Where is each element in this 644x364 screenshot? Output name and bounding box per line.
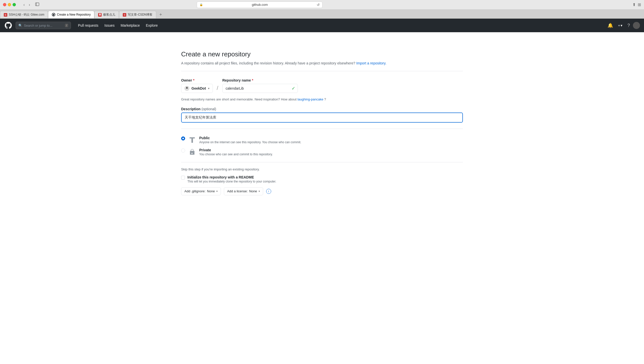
readme-option[interactable]: Initialize this repository with a README… — [181, 175, 463, 183]
main-content: Create a new repository A repository con… — [171, 42, 473, 364]
tab-geek-label: 极客点儿 — [103, 13, 115, 17]
dropdown-row: Add .gitignore: None ▾ Add a license: No… — [181, 187, 463, 195]
license-label: Add a license: — [227, 189, 248, 193]
csdn-favicon: C — [123, 13, 126, 17]
tab-github-label: Create a New Repository — [57, 13, 91, 16]
lock-icon: 🔒 — [199, 3, 203, 6]
owner-repo-row: Owner * GeekDot ▾ / Repository name * — [181, 78, 463, 93]
forward-button[interactable]: › — [27, 2, 31, 8]
repo-name-label: Repository name * — [222, 78, 298, 82]
owner-avatar-icon — [184, 86, 189, 91]
tab-github[interactable]: Create a New Repository — [48, 11, 94, 18]
tab-geek[interactable]: 极 极客点儿 — [94, 11, 119, 18]
private-radio-button[interactable] — [181, 149, 185, 153]
repo-name-wrapper: ✓ — [222, 84, 298, 93]
github-logo[interactable] — [4, 21, 13, 30]
gitignore-dropdown-arrow: ▾ — [216, 190, 218, 193]
back-button[interactable]: ‹ — [22, 2, 26, 8]
sidebar-toggle-button[interactable] — [34, 2, 41, 8]
owner-required-star: * — [193, 78, 194, 82]
owner-dropdown[interactable]: GeekDot ▾ — [181, 84, 213, 93]
readme-content: Initialize this repository with a README… — [187, 175, 463, 183]
description-optional-text: (optional) — [202, 107, 216, 111]
search-icon: 🔍 — [18, 24, 22, 27]
new-item-button[interactable]: + ▾ — [616, 22, 624, 28]
tab-csdn[interactable]: C 写文章-CSDN博客 — [119, 11, 156, 18]
public-radio-button[interactable] — [181, 136, 185, 140]
hint-main-text: Great repository names are short and mem… — [181, 97, 297, 101]
init-divider — [181, 162, 463, 162]
svg-point-2 — [186, 87, 187, 88]
private-label: Private — [199, 148, 463, 152]
owner-name-text: GeekDot — [191, 86, 206, 90]
page-title: Create a new repository — [181, 50, 463, 58]
import-link[interactable]: Import a repository. — [356, 61, 386, 65]
search-placeholder: Search or jump to... — [24, 24, 63, 27]
page-subtitle: A repository contains all project files,… — [181, 61, 463, 66]
repo-name-field-group: Repository name * ✓ — [222, 78, 298, 93]
url-bar[interactable]: 🔒 github.com ↺ — [197, 2, 323, 8]
license-dropdown[interactable]: Add a license: None ▾ — [224, 187, 263, 195]
nav-marketplace[interactable]: Marketplace — [117, 22, 143, 29]
tab-csdn-label: 写文章-CSDN博客 — [128, 13, 152, 17]
user-avatar[interactable] — [633, 22, 640, 29]
help-button[interactable]: ? — [626, 22, 631, 29]
description-section: Description (optional) — [181, 107, 463, 123]
private-desc: You choose who can see and commit to thi… — [199, 153, 463, 156]
public-label: Public — [199, 136, 463, 140]
subtitle-text: A repository contains all project files,… — [181, 61, 355, 65]
share-button[interactable]: ⬆ — [632, 2, 636, 7]
tab-gitee-label: SSH公钥 - 码云 Gitee.com — [9, 13, 44, 17]
private-option[interactable]: Private You choose who can see and commi… — [181, 148, 463, 156]
url-text: github.com — [205, 3, 315, 7]
minimize-window-button[interactable] — [8, 3, 11, 6]
new-tab-plus-button[interactable]: + — [157, 11, 164, 18]
close-window-button[interactable] — [3, 3, 6, 6]
plus-dropdown-arrow: ▾ — [621, 23, 622, 27]
plus-icon: + — [618, 23, 620, 27]
repo-name-valid-icon: ✓ — [292, 86, 295, 91]
owner-label: Owner * — [181, 78, 213, 82]
repo-name-label-text: Repository name — [222, 78, 251, 82]
repo-name-input[interactable] — [222, 84, 298, 93]
nav-right-section: 🔔 + ▾ ? — [607, 22, 640, 29]
search-bar[interactable]: 🔍 Search or jump to... / — [16, 22, 71, 29]
gitee-favicon: G — [4, 13, 7, 17]
new-tab-button[interactable]: ⊞ — [638, 2, 641, 7]
hint-suggestion-link[interactable]: laughing-pancake — [297, 97, 323, 101]
private-icon — [188, 148, 196, 156]
nav-issues[interactable]: Issues — [101, 22, 117, 29]
github-favicon — [52, 13, 55, 16]
maximize-window-button[interactable] — [13, 3, 16, 6]
owner-dropdown-arrow: ▾ — [208, 87, 210, 90]
repo-name-required-star: * — [252, 78, 253, 82]
gitignore-dropdown[interactable]: Add .gitignore: None ▾ — [181, 187, 221, 195]
browser-tab-bar: G SSH公钥 - 码云 Gitee.com Create a New Repo… — [0, 10, 644, 19]
nav-links: Pull requests Issues Marketplace Explore — [75, 22, 161, 29]
readme-checkbox[interactable] — [181, 176, 185, 179]
public-option[interactable]: Public Anyone on the internet can see th… — [181, 136, 463, 144]
description-input[interactable] — [181, 113, 463, 123]
owner-field-group: Owner * GeekDot ▾ — [181, 78, 213, 93]
tab-gitee[interactable]: G SSH公钥 - 码云 Gitee.com — [0, 11, 48, 18]
nav-pull-requests[interactable]: Pull requests — [75, 22, 101, 29]
browser-nav-buttons[interactable]: ‹ › — [22, 2, 32, 8]
browser-right-buttons[interactable]: ⬆ ⊞ — [632, 2, 641, 7]
refresh-button[interactable]: ↺ — [317, 3, 320, 7]
gitignore-label: Add .gitignore: — [184, 189, 206, 193]
mac-window-buttons[interactable] — [3, 3, 16, 6]
form-divider — [181, 71, 463, 71]
description-label-text: Description — [181, 107, 200, 111]
notifications-button[interactable]: 🔔 — [607, 22, 614, 29]
readme-label: Initialize this repository with a README — [187, 175, 463, 179]
license-value: None — [249, 189, 257, 193]
nav-explore[interactable]: Explore — [143, 22, 161, 29]
readme-desc: This will let you immediately clone the … — [187, 180, 463, 183]
geek-favicon: 极 — [98, 13, 102, 17]
github-navbar: 🔍 Search or jump to... / Pull requests I… — [0, 19, 644, 32]
skip-text: Skip this step if you're importing an ex… — [181, 167, 463, 171]
visibility-section: Public Anyone on the internet can see th… — [181, 136, 463, 156]
visibility-divider — [181, 129, 463, 129]
svg-rect-0 — [35, 3, 39, 6]
info-icon-button[interactable]: i — [266, 189, 271, 194]
